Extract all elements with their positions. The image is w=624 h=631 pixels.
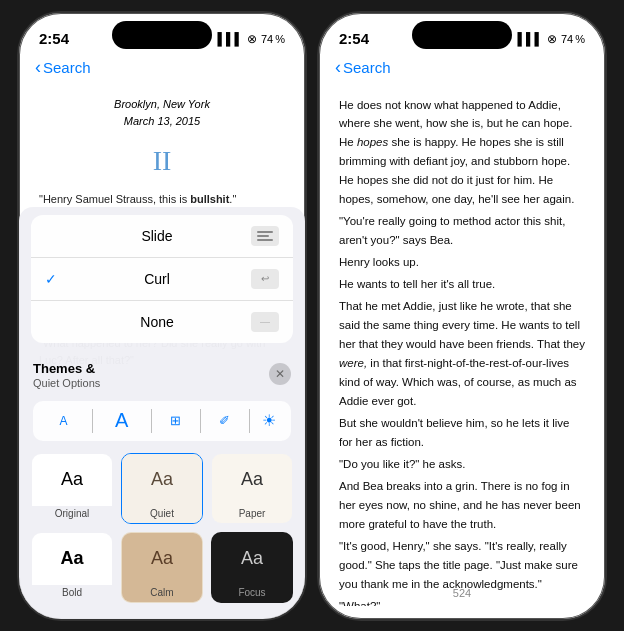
theme-label-bold: Bold — [32, 585, 112, 602]
font-separator-4 — [249, 409, 250, 433]
theme-preview-focus: Aa — [212, 533, 292, 585]
theme-preview-paper: Aa — [212, 454, 292, 506]
dynamic-island-left — [112, 21, 212, 49]
theme-preview-bold: Aa — [32, 533, 112, 585]
brightness-icon[interactable]: ☀ — [262, 411, 276, 430]
theme-label-quiet: Quiet — [122, 506, 202, 523]
chevron-left-icon: ‹ — [35, 57, 41, 78]
time-left: 2:54 — [39, 30, 69, 47]
font-increase-button[interactable]: A — [106, 405, 138, 437]
theme-card-focus[interactable]: Aa Focus — [211, 532, 293, 603]
theme-label-calm: Calm — [122, 585, 202, 602]
theme-card-original[interactable]: Aa Original — [31, 453, 113, 524]
theme-label-focus: Focus — [212, 585, 292, 602]
reading-text: He does not know what happened to Addie,… — [339, 96, 585, 606]
book-header: Brooklyn, New York March 13, 2015 — [39, 96, 285, 131]
nav-bar-left: ‹ Search — [19, 57, 305, 86]
theme-preview-calm: Aa — [122, 533, 202, 585]
slide-option-slide[interactable]: Slide — [31, 215, 293, 258]
font-controls-bar: A A ⊞ ✐ ☀ — [33, 401, 291, 441]
back-button-left[interactable]: ‹ Search — [35, 57, 91, 78]
theme-label-original: Original — [32, 506, 112, 523]
theme-preview-quiet: Aa — [122, 454, 202, 506]
themes-title: Themes & — [33, 361, 95, 376]
chevron-left-icon-right: ‹ — [335, 57, 341, 78]
right-phone: 2:54 ▌▌▌ ⊗ 74 % ‹ Search He does not kno… — [317, 11, 607, 621]
font-separator-3 — [200, 409, 201, 433]
themes-header: Themes & Quiet Options ✕ — [19, 351, 305, 393]
font-separator-2 — [151, 409, 152, 433]
none-icon: — — [251, 312, 279, 332]
battery-icon-left: 74 % — [261, 33, 285, 45]
signal-icon-right: ▌▌▌ — [517, 32, 543, 46]
status-icons-right: ▌▌▌ ⊗ 74 % — [517, 32, 585, 46]
nav-bar-right: ‹ Search — [319, 57, 605, 86]
theme-label-paper: Paper — [212, 506, 292, 523]
font-separator-1 — [92, 409, 93, 433]
wifi-icon-right: ⊗ — [547, 32, 557, 46]
slide-options-menu: Slide ✓ Curl ↩ — [31, 215, 293, 343]
left-phone: 2:54 ▌▌▌ ⊗ 74 % ‹ Search Brooklyn, New Y… — [17, 11, 307, 621]
curl-option-label: Curl — [144, 271, 170, 287]
page-number: 524 — [319, 587, 605, 599]
back-label-left: Search — [43, 59, 91, 76]
font-family-button[interactable]: ⊞ — [164, 409, 187, 432]
slide-option-curl[interactable]: ✓ Curl ↩ — [31, 258, 293, 301]
back-button-right[interactable]: ‹ Search — [335, 57, 391, 78]
time-right: 2:54 — [339, 30, 369, 47]
reading-content: He does not know what happened to Addie,… — [319, 86, 605, 606]
slide-option-label: Slide — [141, 228, 172, 244]
quiet-options-label: Quiet Options — [33, 377, 100, 389]
back-label-right: Search — [343, 59, 391, 76]
theme-card-paper[interactable]: Aa Paper — [211, 453, 293, 524]
font-style-button[interactable]: ✐ — [213, 409, 236, 432]
theme-card-quiet[interactable]: Aa Quiet — [121, 453, 203, 524]
slide-option-none[interactable]: None — — [31, 301, 293, 343]
check-icon-curl: ✓ — [45, 271, 63, 287]
close-button[interactable]: ✕ — [269, 363, 291, 385]
chapter-number: II — [39, 139, 285, 184]
none-option-label: None — [140, 314, 173, 330]
overlay-panel: Slide ✓ Curl ↩ — [19, 207, 305, 619]
wifi-icon: ⊗ — [247, 32, 257, 46]
signal-icon: ▌▌▌ — [217, 32, 243, 46]
battery-icon-right: 74 % — [561, 33, 585, 45]
status-icons-left: ▌▌▌ ⊗ 74 % — [217, 32, 285, 46]
dynamic-island-right — [412, 21, 512, 49]
theme-grid: Aa Original Aa Quiet Aa Paper Aa Bold Aa — [19, 449, 305, 619]
font-size-controls: A A ⊞ ✐ ☀ — [19, 393, 305, 449]
theme-card-calm[interactable]: Aa Calm — [121, 532, 203, 603]
curl-icon: ↩ — [251, 269, 279, 289]
slide-icon — [251, 226, 279, 246]
theme-card-bold[interactable]: Aa Bold — [31, 532, 113, 603]
theme-preview-original: Aa — [32, 454, 112, 506]
font-decrease-button[interactable]: A — [47, 405, 79, 437]
phones-container: 2:54 ▌▌▌ ⊗ 74 % ‹ Search Brooklyn, New Y… — [17, 11, 607, 621]
